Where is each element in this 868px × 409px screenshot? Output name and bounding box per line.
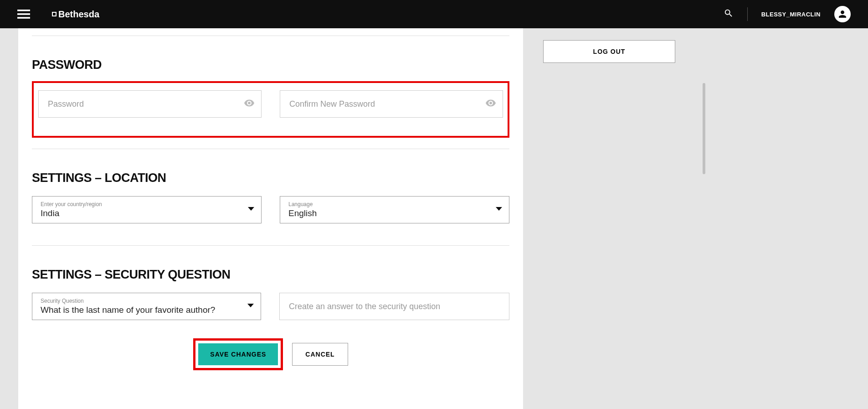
language-select[interactable]: Language English: [280, 196, 509, 223]
security-row: Security Question What is the last name …: [32, 293, 509, 320]
save-button-highlight: SAVE CHANGES: [193, 338, 283, 370]
header: Bethesda BLESSY_MIRACLIN: [0, 0, 868, 28]
sidebar: LOG OUT: [543, 28, 675, 409]
divider: [32, 36, 509, 36]
security-question-value: What is the last name of your favorite a…: [41, 305, 252, 315]
logo-box-icon: [52, 12, 56, 16]
cancel-button[interactable]: CANCEL: [292, 343, 348, 366]
svg-rect-1: [17, 13, 30, 15]
main-content: PASSWORD SETTINGS – LOCATION Enter yo: [18, 28, 523, 409]
chevron-down-icon: [248, 204, 254, 212]
logo[interactable]: Bethesda: [52, 9, 99, 20]
security-heading: SETTINGS – SECURITY QUESTION: [32, 268, 509, 282]
logo-text: Bethesda: [58, 9, 99, 20]
confirm-password-input[interactable]: [280, 90, 503, 118]
location-heading: SETTINGS – LOCATION: [32, 171, 509, 185]
security-answer-input[interactable]: [279, 293, 509, 320]
country-label: Enter your country/region: [41, 201, 252, 207]
security-question-label: Security Question: [41, 298, 252, 304]
logout-button[interactable]: LOG OUT: [543, 40, 675, 63]
divider: [32, 245, 509, 246]
divider: [32, 149, 509, 149]
svg-rect-2: [17, 17, 30, 19]
language-label: Language: [288, 201, 500, 207]
location-row: Enter your country/region India Language…: [32, 196, 509, 223]
svg-rect-0: [17, 10, 30, 11]
avatar[interactable]: [834, 6, 851, 22]
chevron-down-icon: [496, 204, 502, 212]
language-value: English: [288, 208, 500, 218]
scrollbar[interactable]: [703, 28, 705, 409]
password-fields-highlight: [32, 81, 509, 138]
button-row: SAVE CHANGES CANCEL: [32, 338, 509, 370]
password-heading: PASSWORD: [32, 58, 509, 72]
eye-icon[interactable]: [244, 98, 255, 110]
country-value: India: [41, 208, 252, 218]
password-input[interactable]: [38, 90, 262, 118]
username[interactable]: BLESSY_MIRACLIN: [761, 11, 821, 18]
country-select[interactable]: Enter your country/region India: [32, 196, 262, 223]
security-question-select[interactable]: Security Question What is the last name …: [32, 293, 261, 320]
chevron-down-icon: [247, 301, 254, 309]
search-icon[interactable]: [724, 8, 734, 20]
header-right: BLESSY_MIRACLIN: [724, 6, 851, 22]
save-changes-button[interactable]: SAVE CHANGES: [198, 343, 278, 365]
password-wrapper: [38, 90, 262, 118]
eye-icon[interactable]: [485, 98, 496, 110]
header-left: Bethesda: [17, 9, 99, 20]
divider: [747, 7, 748, 21]
menu-icon[interactable]: [17, 10, 30, 19]
confirm-password-wrapper: [280, 90, 503, 118]
scrollbar-thumb[interactable]: [703, 83, 705, 174]
